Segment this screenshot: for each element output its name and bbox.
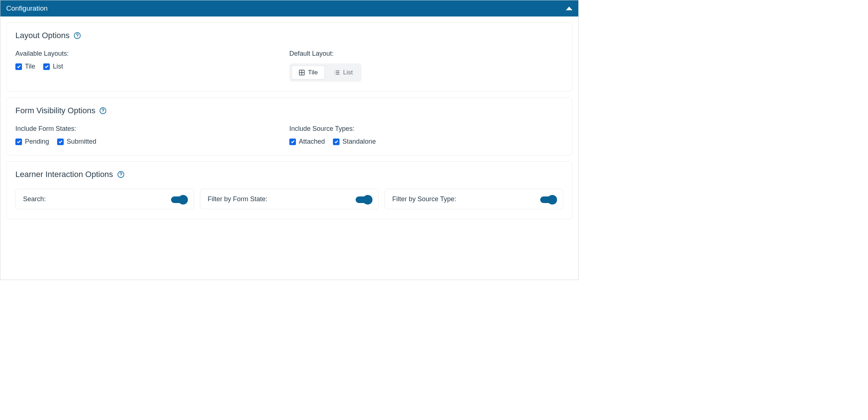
form-visibility-title: Form Visibility Options	[15, 106, 95, 115]
form-states-checkboxes: Pending Submitted	[15, 138, 289, 145]
learner-toggles-row: Search: Filter by Form State: Filter by …	[15, 189, 563, 209]
configuration-title: Configuration	[6, 4, 48, 12]
form-visibility-body: Include Form States: Pending Submitted I…	[15, 125, 563, 145]
toggle-filter-source-card: Filter by Source Type:	[385, 189, 563, 209]
configuration-header[interactable]: Configuration	[0, 0, 578, 16]
form-visibility-card: Form Visibility Options Include Form Sta…	[6, 97, 572, 155]
form-visibility-title-row: Form Visibility Options	[15, 106, 563, 115]
checkbox-pending[interactable]: Pending	[15, 138, 49, 145]
source-types-label: Include Source Types:	[289, 125, 563, 133]
toggle-filter-source-label: Filter by Source Type:	[392, 195, 456, 203]
configuration-content: Layout Options Available Layouts: Tile	[0, 16, 578, 231]
help-icon[interactable]	[117, 170, 125, 178]
checkbox-tile-label: Tile	[25, 63, 35, 70]
check-icon	[43, 63, 50, 70]
list-icon	[334, 69, 340, 76]
layout-options-body: Available Layouts: Tile List Default Lay…	[15, 50, 563, 82]
check-icon	[333, 139, 340, 145]
default-layout-toggle: Tile List	[289, 63, 361, 82]
toggle-filter-source[interactable]	[540, 196, 556, 203]
checkbox-pending-label: Pending	[25, 138, 49, 145]
check-icon	[15, 63, 22, 70]
form-states-label: Include Form States:	[15, 125, 289, 133]
segment-tile[interactable]: Tile	[292, 66, 325, 80]
svg-point-12	[103, 112, 103, 113]
svg-point-14	[120, 176, 121, 176]
segment-list-label: List	[343, 69, 353, 76]
layout-options-card: Layout Options Available Layouts: Tile	[6, 22, 572, 92]
checkbox-attached[interactable]: Attached	[289, 138, 325, 145]
toggle-search-label: Search:	[23, 195, 46, 203]
svg-point-9	[334, 72, 335, 73]
available-layouts-checkboxes: Tile List	[15, 63, 289, 70]
toggle-filter-state-card: Filter by Form State:	[200, 189, 379, 209]
checkbox-standalone-label: Standalone	[342, 138, 376, 145]
svg-point-1	[77, 37, 77, 37]
learner-interaction-title-row: Learner Interaction Options	[15, 170, 563, 179]
learner-interaction-title: Learner Interaction Options	[15, 170, 113, 179]
default-layout-col: Default Layout: Tile List	[289, 50, 563, 82]
grid-icon	[298, 69, 305, 76]
check-icon	[15, 139, 22, 145]
help-icon[interactable]	[73, 32, 81, 40]
toggle-filter-state-label: Filter by Form State:	[208, 195, 267, 203]
toggle-knob	[548, 195, 557, 205]
checkbox-list[interactable]: List	[43, 63, 63, 70]
checkbox-submitted[interactable]: Submitted	[57, 138, 96, 145]
toggle-search-card: Search:	[15, 189, 194, 209]
help-icon[interactable]	[99, 107, 107, 115]
toggle-search[interactable]	[171, 196, 186, 203]
layout-options-title: Layout Options	[15, 31, 70, 40]
check-icon	[289, 139, 296, 145]
check-icon	[57, 139, 64, 145]
checkbox-submitted-label: Submitted	[67, 138, 96, 145]
segment-tile-label: Tile	[308, 69, 318, 76]
default-layout-label: Default Layout:	[289, 50, 563, 58]
checkbox-list-label: List	[53, 63, 63, 70]
checkbox-attached-label: Attached	[299, 138, 325, 145]
toggle-filter-state[interactable]	[356, 196, 371, 203]
segment-list[interactable]: List	[327, 66, 359, 80]
toggle-knob	[363, 195, 372, 205]
source-types-col: Include Source Types: Attached Standalon…	[289, 125, 563, 145]
checkbox-tile[interactable]: Tile	[15, 63, 35, 70]
layout-options-title-row: Layout Options	[15, 31, 563, 40]
available-layouts-label: Available Layouts:	[15, 50, 289, 58]
checkbox-standalone[interactable]: Standalone	[333, 138, 376, 145]
svg-point-10	[334, 74, 335, 75]
form-states-col: Include Form States: Pending Submitted	[15, 125, 289, 145]
learner-interaction-card: Learner Interaction Options Search: Filt…	[6, 161, 572, 219]
available-layouts-col: Available Layouts: Tile List	[15, 50, 289, 82]
svg-point-8	[334, 71, 335, 71]
source-types-checkboxes: Attached Standalone	[289, 138, 563, 145]
collapse-up-icon[interactable]	[566, 7, 572, 10]
toggle-knob	[178, 195, 188, 205]
